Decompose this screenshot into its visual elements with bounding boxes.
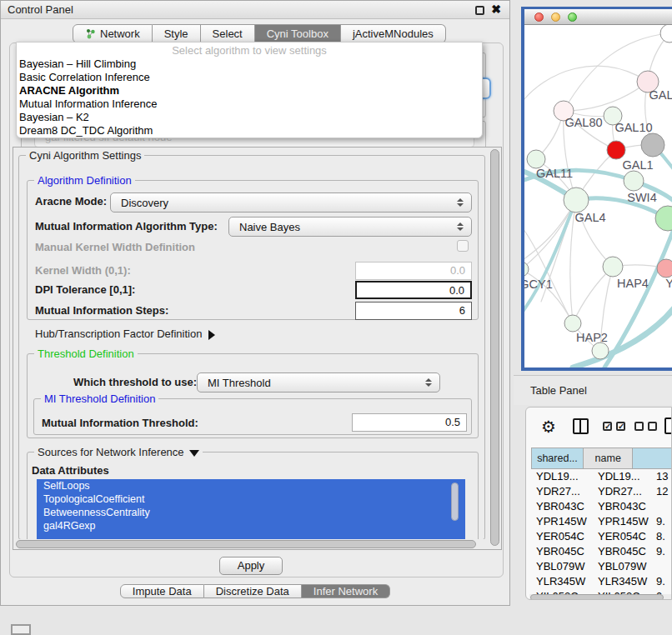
- mac-minimize-icon[interactable]: [551, 12, 560, 22]
- dropdown-item-highlighted[interactable]: ARACNE Algorithm: [17, 84, 482, 98]
- tab-label: Style: [164, 28, 188, 40]
- column-header[interactable]: name: [584, 448, 633, 469]
- network-node-label: GAL4: [574, 211, 605, 224]
- table-row[interactable]: YDL19...YDL19...13: [531, 469, 672, 484]
- list-item[interactable]: BetweennessCentrality: [37, 506, 465, 519]
- table-cell: 8.: [651, 529, 672, 544]
- table-row[interactable]: YLR345WYLR345W9.: [531, 574, 672, 589]
- list-item[interactable]: TopologicalCoefficient: [37, 492, 465, 506]
- network-node-y[interactable]: [657, 259, 672, 278]
- vertical-scrollbar-thumb[interactable]: [490, 149, 499, 546]
- dropdown-item[interactable]: Dream8 DC_TDC Algorithm: [17, 124, 482, 138]
- tab-infer-network[interactable]: Infer Network: [302, 584, 390, 598]
- dpi-tolerance-field[interactable]: 0.0: [355, 281, 472, 299]
- network-tab-icon: [85, 28, 96, 39]
- aracne-mode-label: Aracne Mode:: [35, 195, 107, 208]
- table-horizontal-scrollbar-thumb[interactable]: [530, 594, 664, 600]
- table-row[interactable]: YDR27...YDR27...12: [531, 484, 672, 499]
- table-cell: YPR145W: [593, 514, 651, 529]
- tab-style[interactable]: Style: [153, 24, 201, 43]
- tab-select[interactable]: Select: [201, 24, 255, 43]
- deselect-all-checkbox-icon[interactable]: [634, 422, 644, 431]
- table-panel-card: ⚙ ✓ ✓ shared... name YDL19...YDL19...13Y…: [525, 407, 672, 600]
- tab-jactivemnodules[interactable]: jActiveMNodules: [341, 24, 446, 43]
- tab-impute-data[interactable]: Impute Data: [120, 584, 204, 598]
- network-edge-highlighted[interactable]: [524, 200, 576, 315]
- network-edge-highlighted[interactable]: [604, 225, 672, 368]
- node-table: shared... name YDL19...YDL19...13YDR27..…: [531, 448, 672, 597]
- table-cell: 12: [651, 484, 672, 499]
- table-cell: 9.: [651, 544, 672, 559]
- tab-label: Select: [213, 28, 243, 40]
- list-item[interactable]: SelfLoops: [37, 479, 465, 492]
- table-horizontal-scrollbar[interactable]: [529, 594, 671, 600]
- network-edge[interactable]: [524, 225, 573, 323]
- network-edge[interactable]: [524, 66, 648, 104]
- dpi-tolerance-label: DPI Tolerance [0,1]:: [35, 283, 135, 296]
- mac-close-icon[interactable]: [534, 12, 544, 22]
- network-node-gal1[interactable]: [607, 141, 625, 159]
- deselect-all-checkbox-icon[interactable]: [648, 422, 657, 431]
- network-node-hap2[interactable]: [564, 315, 581, 332]
- network-canvas[interactable]: GALGAL80GAL10GAL1GAL11SWI4GAL4GCY1HAP4YH…: [524, 25, 672, 368]
- dropdown-item[interactable]: Bayesian – K2: [17, 111, 482, 124]
- select-all-checkbox-icon[interactable]: ✓: [603, 422, 612, 431]
- horizontal-scrollbar-thumb[interactable]: [16, 540, 476, 548]
- hub-definition-toggle[interactable]: Hub/Transcription Factor Definition: [35, 328, 215, 340]
- select-all-checkbox-icon[interactable]: ✓: [616, 422, 625, 431]
- mi-type-combobox[interactable]: Naive Bayes: [228, 217, 472, 237]
- network-node[interactable]: [592, 342, 609, 359]
- kernel-width-field[interactable]: 0.0: [355, 262, 472, 280]
- which-threshold-combobox[interactable]: MI Threshold: [197, 372, 440, 392]
- manual-kernel-checkbox[interactable]: [457, 240, 469, 252]
- network-node[interactable]: [660, 25, 672, 42]
- network-node-gal11[interactable]: [527, 150, 545, 168]
- dropdown-item[interactable]: Basic Correlation Inference: [17, 71, 482, 84]
- column-header[interactable]: [633, 448, 672, 469]
- list-item[interactable]: gal4RGexp: [37, 519, 465, 532]
- table-row[interactable]: YER054CYER054C8.: [531, 529, 672, 544]
- table-row[interactable]: YBL079WYBL079W: [531, 559, 672, 574]
- dropdown-item[interactable]: Mutual Information Inference: [17, 98, 482, 111]
- split-columns-icon[interactable]: [573, 418, 589, 434]
- table-row[interactable]: YBR045CYBR045C9.: [531, 544, 672, 559]
- combobox-value: Naive Bayes: [239, 221, 300, 233]
- list-scrollbar-thumb[interactable]: [451, 482, 459, 521]
- collapse-arrow-icon[interactable]: [189, 450, 199, 457]
- table-row[interactable]: YPR145WYPR145W9.: [531, 514, 672, 529]
- expand-arrow-icon[interactable]: [208, 330, 215, 340]
- control-panel-title: Control Panel: [8, 3, 73, 16]
- apply-button[interactable]: Apply: [219, 557, 283, 575]
- table-body: YDL19...YDL19...13YDR27...YDR27...12YBR0…: [531, 469, 672, 597]
- aracne-mode-combobox[interactable]: Discovery: [110, 192, 472, 212]
- table-cell: YBR045C: [593, 544, 651, 559]
- network-node-label: GAL1: [622, 158, 653, 172]
- table-row[interactable]: YBR043CYBR043C: [531, 499, 672, 514]
- network-node-swi4[interactable]: [624, 171, 644, 191]
- gear-icon[interactable]: ⚙: [541, 416, 556, 438]
- tab-network[interactable]: Network: [73, 24, 153, 43]
- group-title: MI Threshold Definition: [41, 392, 158, 405]
- horizontal-scrollbar[interactable]: [15, 539, 487, 549]
- new-table-icon[interactable]: [664, 418, 672, 434]
- mac-zoom-icon[interactable]: [568, 12, 577, 22]
- network-edge[interactable]: [564, 82, 648, 111]
- mi-steps-field[interactable]: 6: [355, 302, 472, 320]
- mi-threshold-field[interactable]: 0.5: [352, 413, 467, 432]
- network-node[interactable]: [641, 133, 664, 157]
- column-header[interactable]: shared...: [531, 448, 584, 469]
- tab-cyni-toolbox[interactable]: Cyni Toolbox: [255, 24, 341, 43]
- network-node-label: GAL80: [564, 116, 602, 129]
- table-cell: YPR145W: [531, 514, 593, 529]
- network-node-gal4[interactable]: [564, 188, 589, 212]
- minimized-panel-icon[interactable]: [11, 624, 31, 635]
- vertical-scrollbar[interactable]: [489, 149, 500, 548]
- float-window-icon[interactable]: [475, 6, 484, 15]
- network-node-hap4[interactable]: [603, 257, 623, 277]
- network-node[interactable]: [655, 206, 672, 231]
- close-icon[interactable]: ✖: [491, 2, 501, 16]
- dropdown-item[interactable]: Bayesian – Hill Climbing: [17, 58, 482, 71]
- tab-discretize-data[interactable]: Discretize Data: [204, 584, 302, 598]
- tab-label: Network: [100, 28, 140, 40]
- table-toolbar: ⚙ ✓ ✓: [526, 416, 671, 439]
